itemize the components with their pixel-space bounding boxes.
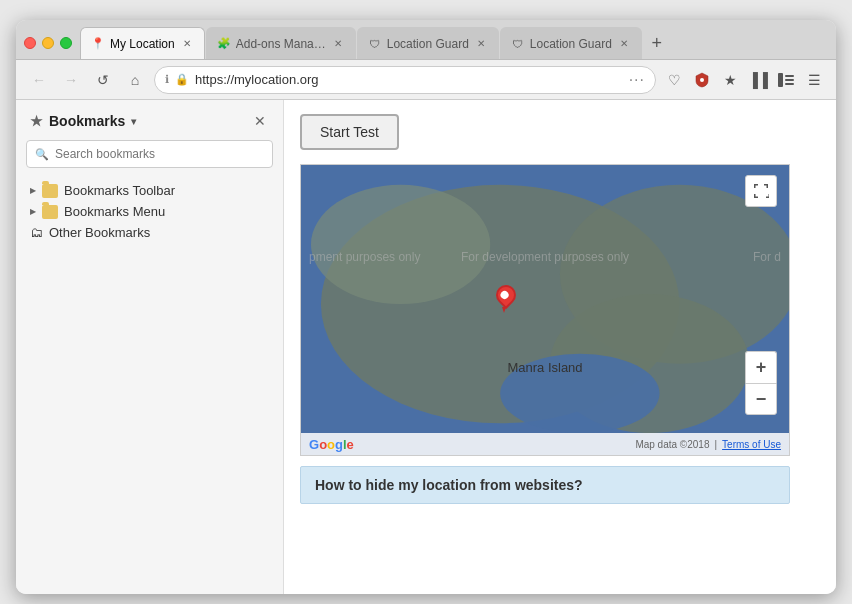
- maximize-traffic-light[interactable]: [60, 37, 72, 49]
- svg-rect-3: [785, 79, 794, 81]
- url-more-icon[interactable]: ···: [629, 71, 645, 89]
- folder-icon-menu: [42, 205, 58, 219]
- bookmarks-toolbar-label: Bookmarks Toolbar: [64, 183, 175, 198]
- tab-my-location[interactable]: 📍 My Location ✕: [80, 27, 205, 59]
- map-location-pin: [496, 285, 518, 313]
- chevron-right-icon: ▶: [30, 186, 36, 195]
- tab-icon-my-location: 📍: [91, 37, 105, 51]
- bookmarks-star-icon: ★: [30, 113, 43, 129]
- minimize-traffic-light[interactable]: [42, 37, 54, 49]
- sidebar-close-button[interactable]: ✕: [251, 112, 269, 130]
- url-text: https://mylocation.org: [195, 72, 623, 87]
- search-icon: 🔍: [35, 148, 49, 161]
- svg-point-0: [700, 78, 704, 82]
- map-fullscreen-button[interactable]: [745, 175, 777, 207]
- tabs-container: 📍 My Location ✕ 🧩 Add-ons Mana… ✕ 🛡 Loca…: [80, 27, 828, 59]
- tab-label-lg2: Location Guard: [530, 37, 612, 51]
- lock-icon: 🔒: [175, 73, 189, 86]
- browser-window: 📍 My Location ✕ 🧩 Add-ons Mana… ✕ 🛡 Loca…: [16, 20, 836, 594]
- map-zoom-controls: + −: [745, 351, 777, 415]
- location-guard-icon[interactable]: [690, 68, 714, 92]
- sidebar-item-other-bookmarks[interactable]: 🗂 Other Bookmarks: [26, 222, 273, 243]
- menu-icon[interactable]: ☰: [802, 68, 826, 92]
- info-icon: ℹ: [165, 73, 169, 86]
- map-svg: [301, 165, 789, 455]
- svg-rect-1: [778, 73, 783, 87]
- other-bookmarks-icon: 🗂: [30, 225, 43, 240]
- bookmark-star-icon[interactable]: ★: [718, 68, 742, 92]
- close-traffic-light[interactable]: [24, 37, 36, 49]
- other-bookmarks-label: Other Bookmarks: [49, 225, 150, 240]
- new-tab-button[interactable]: +: [643, 29, 671, 57]
- tab-close-addons[interactable]: ✕: [331, 37, 345, 51]
- bookmark-search-box[interactable]: 🔍: [26, 140, 273, 168]
- sidebar-title-row: ★ Bookmarks ▾: [30, 113, 136, 129]
- svg-point-9: [500, 354, 659, 433]
- back-button[interactable]: ←: [26, 67, 52, 93]
- svg-rect-2: [785, 75, 794, 77]
- tab-icon-lg1: 🛡: [368, 37, 382, 51]
- tab-location-guard-2[interactable]: 🛡 Location Guard ✕: [500, 27, 642, 59]
- toolbar: ← → ↺ ⌂ ℹ 🔒 https://mylocation.org ··· ♡…: [16, 60, 836, 100]
- sidebar-title: Bookmarks: [49, 113, 125, 129]
- map-container: For development purposes only pment purp…: [300, 164, 790, 456]
- map-footer: Google Map data ©2018 | Terms of Use: [301, 433, 789, 455]
- svg-rect-4: [785, 83, 794, 85]
- map-copyright: Map data ©2018: [635, 439, 709, 450]
- folder-icon-toolbar: [42, 184, 58, 198]
- map-zoom-out-button[interactable]: −: [745, 383, 777, 415]
- map-footer-right: Map data ©2018 | Terms of Use: [635, 439, 781, 450]
- start-test-button[interactable]: Start Test: [300, 114, 399, 150]
- sidebar-dropdown-icon[interactable]: ▾: [131, 116, 136, 127]
- tab-label-lg1: Location Guard: [387, 37, 469, 51]
- tab-label-addons: Add-ons Mana…: [236, 37, 326, 51]
- google-logo: Google: [309, 437, 354, 452]
- tab-icon-addons: 🧩: [217, 37, 231, 51]
- pipe-separator: |: [714, 439, 717, 450]
- sidebar-item-bookmarks-menu[interactable]: ▶ Bookmarks Menu: [26, 201, 273, 222]
- sidebar-toggle-icon[interactable]: [774, 68, 798, 92]
- web-content: Start Test: [284, 100, 836, 594]
- url-bar[interactable]: ℹ 🔒 https://mylocation.org ···: [154, 66, 656, 94]
- chevron-right-icon-2: ▶: [30, 207, 36, 216]
- tab-addons[interactable]: 🧩 Add-ons Mana… ✕: [206, 27, 356, 59]
- web-inner: Start Test: [284, 100, 836, 518]
- how-to-label: How to hide my location from websites?: [315, 477, 583, 493]
- svg-point-7: [311, 185, 490, 304]
- tab-icon-lg2: 🛡: [511, 37, 525, 51]
- pocket-icon[interactable]: ♡: [662, 68, 686, 92]
- tab-close-lg1[interactable]: ✕: [474, 37, 488, 51]
- bookmark-search-input[interactable]: [55, 147, 264, 161]
- map-controls: [745, 175, 777, 207]
- map-background: For development purposes only pment purp…: [301, 165, 789, 455]
- tab-close-lg2[interactable]: ✕: [617, 37, 631, 51]
- reader-view-icon[interactable]: ▐▐: [746, 68, 770, 92]
- map-zoom-in-button[interactable]: +: [745, 351, 777, 383]
- tab-label-my-location: My Location: [110, 37, 175, 51]
- forward-button[interactable]: →: [58, 67, 84, 93]
- how-to-section[interactable]: How to hide my location from websites?: [300, 466, 790, 504]
- sidebar-header: ★ Bookmarks ▾ ✕: [26, 112, 273, 130]
- tab-location-guard-1[interactable]: 🛡 Location Guard ✕: [357, 27, 499, 59]
- home-button[interactable]: ⌂: [122, 67, 148, 93]
- refresh-button[interactable]: ↺: [90, 67, 116, 93]
- terms-of-use-link[interactable]: Terms of Use: [722, 439, 781, 450]
- main-area: ★ Bookmarks ▾ ✕ 🔍 ▶ Bookmarks Toolbar ▶ …: [16, 100, 836, 594]
- toolbar-actions: ♡ ★ ▐▐ ☰: [662, 68, 826, 92]
- bookmarks-sidebar: ★ Bookmarks ▾ ✕ 🔍 ▶ Bookmarks Toolbar ▶ …: [16, 100, 284, 594]
- bookmarks-menu-label: Bookmarks Menu: [64, 204, 165, 219]
- tab-close-my-location[interactable]: ✕: [180, 37, 194, 51]
- sidebar-item-bookmarks-toolbar[interactable]: ▶ Bookmarks Toolbar: [26, 180, 273, 201]
- title-bar: 📍 My Location ✕ 🧩 Add-ons Mana… ✕ 🛡 Loca…: [16, 20, 836, 60]
- traffic-lights: [24, 37, 72, 59]
